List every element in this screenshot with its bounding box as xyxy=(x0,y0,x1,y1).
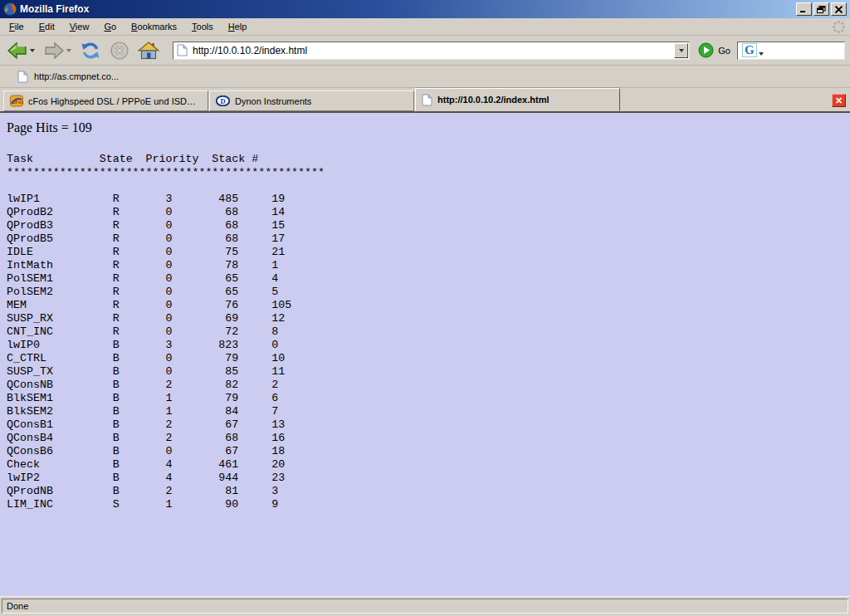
table-row: QConsB4 B 2 68 16 xyxy=(7,432,850,445)
tab-index-html-active[interactable]: http://10.0.10.2/index.html xyxy=(415,88,620,111)
svg-text:D: D xyxy=(221,97,226,105)
table-header-row: Task State Priority Stack # xyxy=(7,153,850,166)
back-dropdown-caret[interactable] xyxy=(30,49,35,52)
table-row: IntMath R 0 78 1 xyxy=(7,259,850,272)
table-row: SUSP_TX B 0 85 11 xyxy=(7,365,850,379)
menu-help[interactable]: Help xyxy=(221,19,255,34)
table-row: BlkSEM2 B 1 84 7 xyxy=(7,405,850,418)
back-button[interactable] xyxy=(5,39,37,62)
title-bar: Mozilla Firefox xyxy=(0,0,850,18)
tab-label: http://10.0.10.2/index.html xyxy=(437,95,549,105)
table-row: QConsNB B 2 82 2 xyxy=(7,379,850,392)
table-row: QProdB3 R 0 68 15 xyxy=(7,219,850,232)
table-separator-row: ****************************************… xyxy=(7,166,850,179)
table-row: LIM_INC S 1 90 9 xyxy=(7,498,850,511)
go-button[interactable]: Go xyxy=(698,42,730,58)
bookmarks-toolbar: http://as.cmpnet.co... xyxy=(0,66,850,88)
table-row: IDLE R 0 75 21 xyxy=(7,246,850,259)
status-bar: Done xyxy=(0,596,850,616)
menu-view[interactable]: View xyxy=(62,19,97,34)
table-row: lwIP0 B 3 823 0 xyxy=(7,339,850,352)
table-row: PolSEM2 R 0 65 5 xyxy=(7,286,850,299)
status-text: Done xyxy=(2,599,848,614)
table-row: QProdB2 R 0 68 14 xyxy=(7,206,850,219)
table-row: CNT_INC R 0 72 8 xyxy=(7,325,850,339)
cfos-favicon-icon: cFos xyxy=(10,95,23,107)
stop-icon xyxy=(110,41,129,61)
page-icon xyxy=(17,71,28,83)
reload-button[interactable] xyxy=(78,39,103,62)
table-row: QConsB6 B 0 67 18 xyxy=(7,445,850,458)
bookmark-label: http://as.cmpnet.co... xyxy=(34,71,119,81)
tab-label: Dynon Instruments xyxy=(235,96,311,106)
tab-bar: cFos cFos Highspeed DSL / PPPoE und ISDN… xyxy=(0,88,850,113)
table-row: lwIP2 B 4 944 23 xyxy=(7,472,850,485)
table-row: PolSEM1 R 0 65 4 xyxy=(7,272,850,286)
go-label: Go xyxy=(718,46,730,56)
url-dropdown-button[interactable] xyxy=(674,43,688,58)
url-input[interactable]: http://10.0.10.2/index.html xyxy=(193,45,674,56)
restore-button[interactable] xyxy=(813,2,829,16)
tab-label: cFos Highspeed DSL / PPPoE und ISDN CAP.… xyxy=(28,96,202,106)
throbber-icon xyxy=(832,20,846,34)
page-hits-text: Page Hits = 109 xyxy=(7,120,850,135)
menu-edit[interactable]: Edit xyxy=(32,19,62,34)
search-engine-caret[interactable] xyxy=(759,52,764,56)
page-content: Page Hits = 109 Task State Priority Stac… xyxy=(0,113,850,596)
close-button[interactable] xyxy=(831,2,847,16)
table-row: C_CTRL B 0 79 10 xyxy=(7,352,850,365)
forward-dropdown-caret[interactable] xyxy=(66,49,71,52)
table-blank-row xyxy=(7,179,850,193)
search-input[interactable]: G xyxy=(737,42,845,60)
back-icon xyxy=(7,41,28,61)
tab-dynon[interactable]: D Dynon Instruments xyxy=(209,90,414,111)
google-icon: G xyxy=(742,43,757,57)
page-icon xyxy=(177,44,188,56)
home-button[interactable] xyxy=(136,39,161,62)
url-bar[interactable]: http://10.0.10.2/index.html xyxy=(173,42,690,60)
page-icon xyxy=(422,94,432,106)
close-tab-button[interactable]: ✕ xyxy=(832,94,846,107)
menu-go[interactable]: Go xyxy=(96,19,124,34)
menu-bar: File Edit View Go Bookmarks Tools Help xyxy=(0,18,850,36)
reload-icon xyxy=(80,41,101,61)
minimize-button[interactable] xyxy=(796,2,812,16)
task-table: Task State Priority Stack #*************… xyxy=(7,153,850,511)
menu-tools[interactable]: Tools xyxy=(184,19,221,34)
menu-bookmarks[interactable]: Bookmarks xyxy=(124,19,184,34)
table-row: QProdNB B 2 81 3 xyxy=(7,485,850,498)
table-row: MEM R 0 76 105 xyxy=(7,299,850,312)
svg-text:cFos: cFos xyxy=(12,100,23,105)
dynon-favicon-icon: D xyxy=(216,95,230,106)
bookmark-item[interactable]: http://as.cmpnet.co... xyxy=(8,69,122,85)
forward-button[interactable] xyxy=(42,39,73,62)
table-row: QConsB1 B 2 67 13 xyxy=(7,418,850,432)
tab-cfos[interactable]: cFos cFos Highspeed DSL / PPPoE und ISDN… xyxy=(3,90,208,111)
home-icon xyxy=(138,41,159,61)
firefox-logo-icon xyxy=(3,2,17,16)
table-row: QProdB5 R 0 68 17 xyxy=(7,232,850,246)
window-title: Mozilla Firefox xyxy=(20,3,794,15)
go-icon xyxy=(698,42,714,58)
table-row: SUSP_RX R 0 69 12 xyxy=(7,312,850,325)
stop-button[interactable] xyxy=(108,39,131,62)
menu-file[interactable]: File xyxy=(2,19,32,34)
table-row: Check B 4 461 20 xyxy=(7,458,850,472)
table-row: lwIP1 R 3 485 19 xyxy=(7,193,850,206)
navigation-toolbar: http://10.0.10.2/index.html Go G xyxy=(0,36,850,66)
forward-icon xyxy=(43,41,65,61)
table-row: BlkSEM1 B 1 79 6 xyxy=(7,392,850,405)
